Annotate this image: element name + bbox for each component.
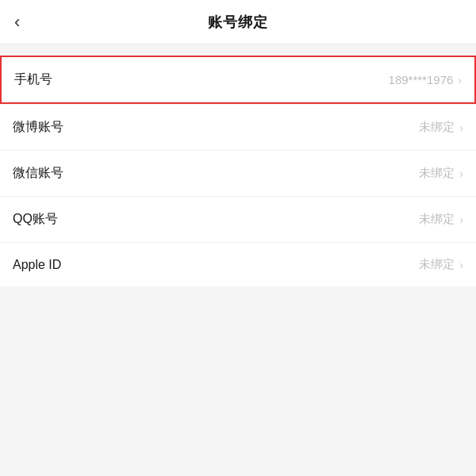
weibo-right: 未绑定 › [419, 120, 463, 135]
wechat-label: 微信账号 [13, 165, 63, 182]
phone-label: 手机号 [14, 71, 52, 88]
qq-label: QQ账号 [13, 211, 58, 228]
phone-value: 189****1976 [389, 73, 454, 86]
bottom-spacer [0, 286, 476, 476]
weibo-label: 微博账号 [13, 119, 63, 136]
apple-id-row[interactable]: Apple ID 未绑定 › [0, 243, 476, 286]
back-button[interactable]: ‹ [14, 13, 20, 31]
wechat-row[interactable]: 微信账号 未绑定 › [0, 151, 476, 197]
phone-chevron-icon: › [458, 74, 462, 86]
qq-right: 未绑定 › [419, 212, 463, 227]
wechat-value: 未绑定 [419, 166, 455, 181]
header: ‹ 账号绑定 [0, 0, 476, 44]
qq-chevron-icon: › [459, 213, 463, 226]
apple-id-right: 未绑定 › [419, 257, 463, 272]
page-title: 账号绑定 [208, 13, 268, 32]
phone-row[interactable]: 手机号 189****1976 › [0, 56, 476, 104]
wechat-right: 未绑定 › [419, 166, 463, 181]
apple-id-value: 未绑定 [419, 257, 455, 272]
accounts-section: 微博账号 未绑定 › 微信账号 未绑定 › QQ账号 未绑定 › [0, 105, 476, 286]
qq-row[interactable]: QQ账号 未绑定 › [0, 197, 476, 243]
account-binding-page: ‹ 账号绑定 手机号 189****1976 › 微博账号 未绑定 › 微信账号 [0, 0, 476, 476]
wechat-chevron-icon: › [459, 167, 463, 180]
content-area: 手机号 189****1976 › 微博账号 未绑定 › 微信账号 未绑定 › [0, 44, 476, 286]
phone-right: 189****1976 › [389, 73, 462, 86]
apple-id-chevron-icon: › [459, 259, 463, 271]
weibo-row[interactable]: 微博账号 未绑定 › [0, 105, 476, 151]
apple-id-label: Apple ID [13, 258, 61, 272]
weibo-value: 未绑定 [419, 120, 455, 135]
weibo-chevron-icon: › [459, 121, 463, 134]
qq-value: 未绑定 [419, 212, 455, 227]
